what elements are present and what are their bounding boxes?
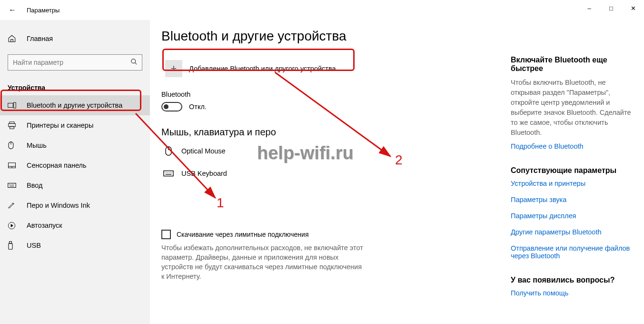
back-icon[interactable]: ← bbox=[9, 6, 16, 14]
minimize-icon[interactable]: – bbox=[578, 0, 600, 16]
sidebar-home-label: Главная bbox=[27, 35, 53, 42]
toggle-state-label: Откл. bbox=[189, 103, 207, 111]
home-icon bbox=[8, 34, 18, 43]
page-title: Bluetooth и другие устройства bbox=[161, 29, 499, 44]
right-link-more-bluetooth[interactable]: Подробнее о Bluetooth bbox=[511, 142, 633, 150]
right-link-bt-send[interactable]: Отправление или получение файлов через B… bbox=[511, 244, 633, 260]
bluetooth-label: Bluetooth bbox=[161, 91, 499, 98]
device-item[interactable]: Optical Mouse bbox=[161, 146, 499, 156]
svg-rect-2 bbox=[8, 103, 13, 108]
right-panel: Включайте Bluetooth еще быстрее Чтобы вк… bbox=[511, 20, 644, 324]
svg-rect-4 bbox=[10, 122, 14, 124]
sidebar-item-label: USB bbox=[27, 242, 41, 249]
svg-marker-19 bbox=[11, 224, 13, 227]
sidebar-home[interactable]: Главная bbox=[0, 29, 150, 49]
keyboard-device-icon bbox=[161, 170, 176, 177]
right-link-display[interactable]: Параметры дисплея bbox=[511, 212, 633, 220]
title-bar: ← Параметры – □ ✕ bbox=[0, 0, 644, 20]
pen-icon bbox=[8, 202, 18, 209]
right-link-get-help[interactable]: Получить помощь bbox=[511, 289, 633, 297]
devices-group-heading: Мышь, клавиатура и перо bbox=[161, 127, 499, 138]
add-device-label: Добавление Bluetooth или другого устройс… bbox=[189, 65, 336, 72]
window-title: Параметры bbox=[27, 7, 59, 14]
right-link-sound[interactable]: Параметры звука bbox=[511, 196, 633, 203]
svg-line-1 bbox=[135, 62, 137, 64]
sidebar-item-label: Перо и Windows Ink bbox=[27, 202, 90, 209]
sidebar-item-label: Мышь bbox=[27, 142, 47, 149]
close-icon[interactable]: ✕ bbox=[622, 0, 644, 16]
sidebar-item-input[interactable]: Ввод bbox=[0, 175, 150, 195]
touchpad-icon bbox=[8, 162, 18, 169]
right-heading: Включайте Bluetooth еще быстрее bbox=[511, 56, 633, 73]
sidebar-item-autoplay[interactable]: Автозапуск bbox=[0, 215, 150, 235]
mouse-icon bbox=[8, 141, 18, 150]
add-device-button[interactable]: + Добавление Bluetooth или другого устро… bbox=[161, 57, 352, 80]
sidebar: Главная Устройства Bluetooth и другие ус… bbox=[0, 20, 150, 324]
svg-rect-3 bbox=[14, 102, 16, 108]
device-name: Optical Mouse bbox=[181, 147, 226, 155]
sidebar-section-header: Устройства bbox=[0, 75, 150, 95]
metered-checkbox[interactable] bbox=[161, 230, 171, 239]
bluetooth-devices-icon bbox=[8, 102, 18, 109]
annotation-number-2: 2 bbox=[395, 152, 403, 168]
device-name: USB Keyboard bbox=[181, 170, 227, 177]
sidebar-item-pen[interactable]: Перо и Windows Ink bbox=[0, 195, 150, 215]
plus-icon: + bbox=[165, 60, 182, 77]
svg-point-0 bbox=[131, 59, 136, 63]
device-item[interactable]: USB Keyboard bbox=[161, 170, 499, 177]
autoplay-icon bbox=[8, 222, 18, 230]
svg-rect-12 bbox=[8, 183, 16, 188]
svg-rect-21 bbox=[9, 243, 12, 249]
sidebar-item-label: Bluetooth и другие устройства bbox=[27, 101, 122, 109]
search-input[interactable] bbox=[8, 54, 142, 71]
metered-description: Чтобы избежать дополнительных расходов, … bbox=[161, 243, 366, 282]
sidebar-item-bluetooth[interactable]: Bluetooth и другие устройства bbox=[0, 95, 150, 115]
bluetooth-toggle[interactable] bbox=[161, 102, 182, 111]
printer-icon bbox=[8, 122, 18, 129]
usb-icon bbox=[8, 241, 18, 250]
maximize-icon[interactable]: □ bbox=[600, 0, 622, 16]
search-icon[interactable] bbox=[130, 58, 138, 67]
svg-rect-24 bbox=[164, 171, 173, 176]
sidebar-item-label: Сенсорная панель bbox=[27, 162, 87, 169]
right-link-bt-options[interactable]: Другие параметры Bluetooth bbox=[511, 228, 633, 236]
sidebar-item-label: Автозапуск bbox=[27, 222, 62, 229]
right-heading: Сопутствующие параметры bbox=[511, 166, 633, 175]
sidebar-item-touchpad[interactable]: Сенсорная панель bbox=[0, 155, 150, 175]
sidebar-item-mouse[interactable]: Мышь bbox=[0, 135, 150, 155]
annotation-number-1: 1 bbox=[217, 195, 224, 211]
right-heading: У вас появились вопросы? bbox=[511, 276, 633, 284]
right-link-devices-printers[interactable]: Устройства и принтеры bbox=[511, 180, 633, 187]
sidebar-item-usb[interactable]: USB bbox=[0, 235, 150, 255]
sidebar-item-label: Ввод bbox=[27, 182, 42, 189]
right-text: Чтобы включить Bluetooth, не открывая ра… bbox=[511, 78, 633, 138]
svg-rect-20 bbox=[10, 242, 12, 243]
sidebar-item-printers[interactable]: Принтеры и сканеры bbox=[0, 115, 150, 135]
metered-checkbox-label: Скачивание через лимитные подключения bbox=[177, 231, 308, 238]
main-content: Bluetooth и другие устройства + Добавлен… bbox=[150, 20, 511, 324]
keyboard-icon bbox=[8, 182, 18, 188]
mouse-device-icon bbox=[161, 146, 176, 156]
sidebar-item-label: Принтеры и сканеры bbox=[27, 122, 93, 129]
